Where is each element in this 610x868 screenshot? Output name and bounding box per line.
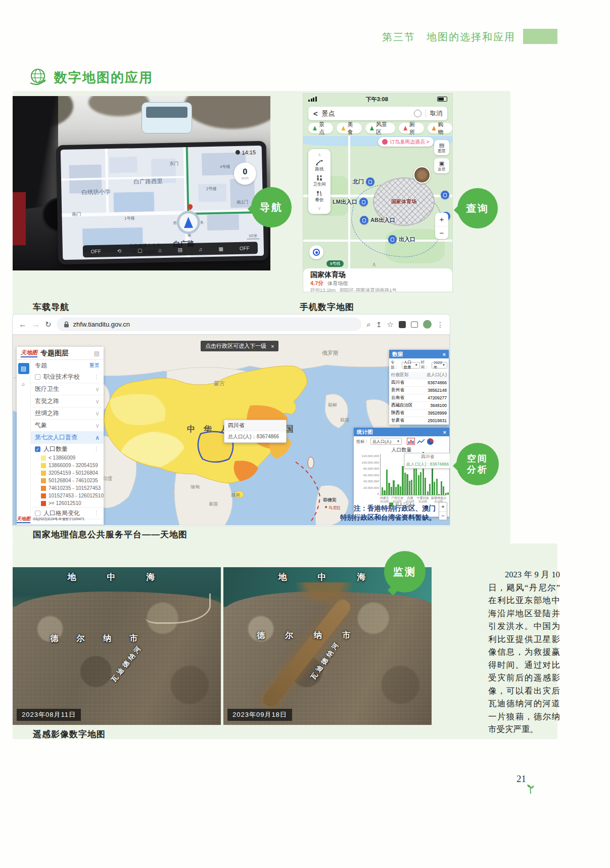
filter-chip[interactable]: 购物 (428, 123, 452, 133)
census-bar[interactable] (420, 472, 421, 495)
search-input-value[interactable]: 景点 (322, 109, 410, 118)
layer-accordion-item[interactable]: 医疗卫生 ∨ (31, 383, 104, 395)
layer-accordion-item[interactable]: 气象 ∨ (31, 420, 104, 432)
table-row[interactable]: 甘肃省 25019831 (389, 417, 449, 425)
census-group-item[interactable]: 第七次人口普查 ∧ (31, 432, 104, 444)
star-icon[interactable]: ☆ (387, 320, 394, 329)
close-icon[interactable]: × (443, 429, 446, 435)
voice-search-icon[interactable] (414, 110, 421, 117)
dock-icon[interactable]: ▢ (137, 247, 143, 253)
kebab-icon[interactable]: ⋮ (93, 510, 100, 517)
extensions-icon[interactable] (399, 321, 406, 328)
profile-avatar[interactable] (423, 320, 432, 329)
census-bar[interactable] (384, 490, 385, 495)
search-icon[interactable]: ⌕ (366, 320, 370, 329)
collapse-down-icon[interactable]: ∨ (318, 206, 321, 211)
marker-exit-gate[interactable]: 出入口 (388, 235, 415, 244)
card-handle-icon[interactable]: ∧ (372, 261, 377, 268)
sidebar-icon[interactable] (411, 322, 418, 328)
time-select[interactable]: 2020年▼ (432, 362, 447, 369)
census-bar[interactable] (400, 486, 401, 495)
dock-icon[interactable]: OFF (240, 245, 250, 251)
table-row[interactable]: 云南省 47209277 (389, 394, 449, 402)
census-bar[interactable] (425, 478, 426, 495)
layers-tab-icon[interactable]: ▤ (18, 363, 29, 374)
close-icon[interactable]: × (271, 343, 274, 349)
back-icon[interactable]: ← (19, 320, 27, 329)
poi-photo-thumbnail[interactable] (413, 166, 431, 184)
filter-chip[interactable]: 厕所 (399, 123, 424, 133)
census-bar[interactable] (429, 484, 431, 495)
census-bar[interactable] (397, 484, 399, 495)
checkbox[interactable] (35, 511, 40, 516)
hotel-promo-pill[interactable]: 订鸟巢周边酒店 > (378, 137, 434, 147)
search-bar[interactable]: < 景点 取消 (308, 107, 447, 120)
census-bar[interactable] (409, 481, 410, 495)
zoom-out-button[interactable]: − (435, 226, 448, 240)
dock-icon[interactable]: ⌂ (158, 247, 161, 253)
phone-map-area[interactable]: 国家体育场 订鸟巢周边酒店 > 北门 LM出入口 AB出入口 出入口 ∧ (303, 136, 452, 269)
population-layer-item[interactable]: ✓ 人口数量 ⋮ (31, 444, 104, 454)
close-icon[interactable]: × (443, 351, 446, 357)
census-bar[interactable] (404, 473, 406, 495)
theme-select[interactable]: 人口数量▼ (402, 362, 420, 369)
dock-icon[interactable]: ♫ (199, 246, 203, 252)
census-bar[interactable] (418, 475, 419, 495)
census-bar[interactable] (406, 474, 408, 495)
feedback-button[interactable]: ▣反馈 (434, 158, 449, 173)
marker-lm-gate[interactable]: LM出入口 (333, 198, 368, 206)
census-bar[interactable] (411, 480, 412, 495)
cancel-button[interactable]: 取消 (426, 109, 442, 118)
census-bar[interactable] (391, 487, 392, 495)
table-row[interactable]: 西藏自治区 3648100 (389, 402, 449, 409)
table-row[interactable]: 陕西省 39528999 (389, 409, 449, 417)
filter-chip[interactable]: 风景区 (365, 123, 395, 133)
kebab-icon[interactable]: ⋮ (93, 374, 100, 381)
indicator-select[interactable]: 总人口(人)▼ (370, 438, 402, 445)
table-row[interactable]: 四川省 83674866 (389, 379, 449, 387)
census-bar[interactable] (382, 487, 383, 495)
tool-restroom[interactable]: 卫生间 (313, 175, 326, 188)
census-bar[interactable] (438, 494, 440, 495)
filter-chip[interactable]: 景点 (308, 123, 333, 133)
menu-kebab-icon[interactable]: ⋮ (437, 321, 444, 329)
car-nav-screen[interactable]: 白纸坊小学 白广路西里 1号楼 2号楼 4号楼 东门 南门 南1门 白广路 北京… (56, 141, 269, 265)
collapse-up-icon[interactable]: ∧ (318, 152, 321, 157)
census-bar[interactable] (434, 482, 435, 495)
layer-accordion-item[interactable]: 玄奘之路 ∨ (31, 395, 104, 407)
layer-accordion-item[interactable]: 丝绸之路 ∨ (31, 407, 104, 420)
census-bar[interactable] (445, 493, 447, 495)
line-chart-icon[interactable] (417, 438, 425, 445)
census-bar[interactable] (395, 487, 397, 495)
dock-icon[interactable]: OFF (91, 248, 101, 254)
census-bar[interactable] (432, 467, 433, 495)
zoom-in-button[interactable]: + (435, 213, 448, 226)
marker-ab-gate[interactable]: AB出入口 (360, 216, 395, 224)
marker-north-gate[interactable]: 北门 (353, 177, 374, 186)
census-bar[interactable] (393, 480, 394, 495)
census-bar[interactable] (386, 470, 388, 495)
entrance-icon[interactable] (441, 191, 449, 199)
pie-chart-icon[interactable] (427, 438, 434, 445)
search-tab-icon[interactable]: ⌕ (22, 380, 25, 388)
table-row[interactable]: 贵州省 38562148 (389, 387, 449, 394)
kebab-icon[interactable]: ⋮ (93, 445, 100, 452)
checkbox[interactable] (35, 374, 40, 380)
subway-line-badge[interactable]: 8号线 (326, 260, 344, 267)
checkbox-checked[interactable]: ✓ (35, 446, 40, 452)
tool-dining[interactable]: 餐饮 (315, 191, 324, 203)
census-bar[interactable] (402, 466, 403, 495)
dock-icon[interactable]: ▦ (218, 246, 223, 251)
layers-button[interactable]: ▤图层 (434, 140, 449, 155)
zoom-out-button[interactable]: − (439, 512, 447, 520)
refresh-icon[interactable]: ↻ (45, 320, 52, 329)
census-bar[interactable] (427, 491, 429, 495)
back-icon[interactable]: < (313, 109, 318, 118)
census-bar[interactable] (436, 479, 438, 495)
filter-chip[interactable]: 美食 (337, 123, 361, 133)
dock-icon[interactable]: ▤ (177, 247, 182, 252)
census-bar[interactable] (388, 483, 390, 495)
url-bar[interactable]: zhfw.tianditu.gov.cn (57, 317, 362, 331)
census-bar[interactable] (447, 492, 449, 495)
census-bar[interactable] (441, 481, 442, 495)
